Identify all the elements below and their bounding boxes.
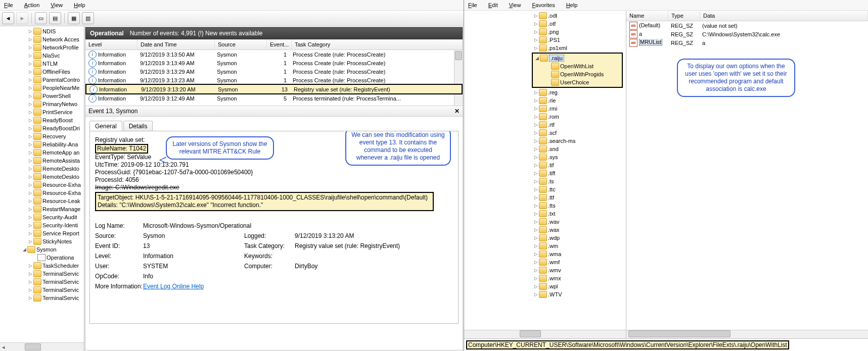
- tree-node[interactable]: ▷TerminalServic: [1, 286, 84, 294]
- menu-help[interactable]: Help: [564, 1, 580, 9]
- reg-tree-node[interactable]: ▷.wav: [467, 218, 626, 226]
- reg-value-row[interactable]: abMRUListREG_SZa: [626, 38, 868, 47]
- reg-tree-node[interactable]: ▷.rle: [467, 96, 626, 105]
- menu-file[interactable]: File: [466, 1, 479, 9]
- reg-tree-node-raiju[interactable]: ◢.raiju: [533, 54, 622, 62]
- regval-hscroll[interactable]: [626, 330, 868, 338]
- reg-tree-node[interactable]: ▷.wpl: [467, 282, 626, 290]
- reg-tree-node[interactable]: OpenWithProgids: [533, 70, 622, 78]
- reg-tree-node[interactable]: ▷.search-ms: [467, 137, 626, 145]
- tree-node[interactable]: ▷RemoteAssista: [1, 157, 84, 165]
- reg-tree-node[interactable]: ▷.ts: [467, 177, 626, 185]
- detail-pane-header[interactable]: Event 13, Sysmon ✕: [85, 106, 463, 117]
- col-taskcat[interactable]: Task Category: [292, 39, 463, 49]
- reg-tree-node[interactable]: OpenWithList: [533, 62, 622, 70]
- menu-view[interactable]: View: [507, 1, 523, 9]
- reg-value-row[interactable]: ab(Default)REG_SZ(value not set): [626, 21, 868, 30]
- tree-node[interactable]: ▷Service Report: [1, 229, 84, 237]
- reg-tree-node[interactable]: ▷.wdp: [467, 234, 626, 242]
- tree-node[interactable]: ▷ReadyBoostDri: [1, 124, 84, 132]
- reg-tree-node[interactable]: ▷.ps1xml: [467, 44, 626, 52]
- reg-tree-node[interactable]: ▷.wm: [467, 242, 626, 250]
- reg-tree-node[interactable]: ▷.snd: [467, 145, 626, 153]
- reg-tree-node[interactable]: ▷.otf: [467, 20, 626, 28]
- event-row[interactable]: iInformation9/12/2019 3:13:29 AMSysmon1P…: [85, 67, 463, 76]
- tree-node[interactable]: ▷OfflineFiles: [1, 68, 84, 76]
- ev-nav-tree[interactable]: ▷NDIS▷Network Acces▷NetworkProfile▷NlaSv…: [0, 26, 84, 351]
- col-name[interactable]: Name: [626, 11, 668, 21]
- tree-node[interactable]: ▷PrintService: [1, 108, 84, 116]
- tree-node[interactable]: ▷NTLM: [1, 60, 84, 68]
- reg-tree-node[interactable]: ▷.reg: [467, 88, 626, 96]
- menu-file[interactable]: File: [2, 1, 15, 9]
- tree-node[interactable]: ▷PowerShell: [1, 92, 84, 100]
- tree-node[interactable]: ◢Sysmon: [1, 245, 84, 254]
- reg-tree-node[interactable]: ▷.wmf: [467, 258, 626, 266]
- close-icon[interactable]: ✕: [454, 108, 460, 115]
- tree-node[interactable]: ▷Recovery: [1, 132, 84, 140]
- tree-node[interactable]: ▷TerminalServic: [1, 270, 84, 278]
- tree-node[interactable]: ▷TaskScheduler: [1, 262, 84, 270]
- event-grid-header[interactable]: Level Date and Time Source Event... Task…: [85, 39, 463, 50]
- back-icon[interactable]: ◄: [2, 12, 14, 24]
- reg-tree-node[interactable]: ▷.rmi: [467, 105, 626, 113]
- values-header[interactable]: Name Type Data: [626, 11, 868, 21]
- tree-hscroll[interactable]: ◂: [0, 342, 84, 351]
- col-source[interactable]: Source: [215, 39, 267, 49]
- tree-node[interactable]: ▷NDIS: [1, 27, 84, 35]
- reg-tree-node[interactable]: ▷.ttf: [467, 193, 626, 202]
- tree-node[interactable]: ▷RemoteDeskto: [1, 173, 84, 181]
- tree-node[interactable]: ▷PrimaryNetwo: [1, 100, 84, 108]
- menu-view[interactable]: View: [49, 1, 65, 9]
- tree-node[interactable]: ▷Network Acces: [1, 35, 84, 43]
- reg-tree-node[interactable]: ▷.wma: [467, 250, 626, 258]
- reg-tree-node[interactable]: ▷.wmx: [467, 274, 626, 282]
- find-icon[interactable]: ▦: [68, 12, 80, 24]
- tree-node[interactable]: ▷StickyNotes: [1, 237, 84, 245]
- reg-tree-node[interactable]: ▷.odt: [467, 12, 626, 20]
- reg-tree-node[interactable]: ▷.tts: [467, 202, 626, 210]
- tree-node[interactable]: ▷TerminalServic: [1, 278, 84, 286]
- menu-edit[interactable]: Edit: [486, 1, 500, 9]
- tab-general[interactable]: General: [89, 121, 122, 131]
- registry-tree[interactable]: ▷.odt▷.otf▷.png▷.PS1▷.ps1xml◢.raijuOpenW…: [464, 11, 626, 338]
- reg-tree-node[interactable]: ▷.txt: [467, 210, 626, 218]
- up-icon[interactable]: ▭: [35, 12, 47, 24]
- reg-tree-node[interactable]: ▷.rtf: [467, 121, 626, 129]
- col-level[interactable]: Level: [85, 39, 138, 49]
- registry-values[interactable]: Name Type Data ab(Default)REG_SZ(value n…: [626, 11, 868, 338]
- tree-node[interactable]: ▷Security-Identi: [1, 221, 84, 229]
- col-type[interactable]: Type: [668, 11, 700, 21]
- reg-tree-node[interactable]: ▷.rom: [467, 113, 626, 121]
- tree-node[interactable]: ▷PeopleNearMe: [1, 84, 84, 92]
- tree-node[interactable]: ▷NetworkProfile: [1, 43, 84, 52]
- tree-node[interactable]: ▷Resource-Leak: [1, 197, 84, 205]
- event-log-help-link[interactable]: Event Log Online Help: [143, 283, 204, 290]
- reg-tree-node[interactable]: ▷.tiff: [467, 169, 626, 177]
- reg-tree-node[interactable]: ▷.WTV: [467, 290, 626, 298]
- tree-node[interactable]: ▷ReadyBoost: [1, 116, 84, 124]
- tree-node[interactable]: ▷NlaSvc: [1, 52, 84, 60]
- reg-tree-node[interactable]: ▷.wax: [467, 226, 626, 234]
- reg-tree-node[interactable]: ▷.wmv: [467, 266, 626, 274]
- event-row[interactable]: iInformation9/12/2019 3:13:50 AMSysmon1P…: [85, 50, 463, 59]
- reg-tree-node[interactable]: ▷.scf: [467, 129, 626, 137]
- event-grid[interactable]: iInformation9/12/2019 3:13:50 AMSysmon1P…: [85, 50, 463, 106]
- tree-node[interactable]: ▷ParentalContro: [1, 76, 84, 84]
- refresh-icon[interactable]: ▥: [82, 12, 94, 24]
- tree-node[interactable]: ▷TerminalServic: [1, 294, 84, 302]
- event-row[interactable]: iInformation9/12/2019 3:13:20 AMSysmon13…: [85, 84, 463, 94]
- col-datetime[interactable]: Date and Time: [138, 39, 215, 49]
- event-row[interactable]: iInformation9/12/2019 3:13:23 AMSysmon1P…: [85, 76, 463, 84]
- reg-tree-node[interactable]: ▷.tif: [467, 161, 626, 169]
- grid-vscroll[interactable]: [454, 50, 463, 106]
- reg-tree-node[interactable]: ▷.sys: [467, 153, 626, 161]
- tree-node[interactable]: ▷Reliability-Ana: [1, 140, 84, 148]
- props-icon[interactable]: ▤: [49, 12, 61, 24]
- tree-node[interactable]: ▷Resource-Exha: [1, 189, 84, 197]
- menu-action[interactable]: Action: [22, 1, 42, 9]
- reg-tree-node[interactable]: ▷.png: [467, 28, 626, 36]
- menu-help[interactable]: Help: [72, 1, 87, 9]
- col-eventid[interactable]: Event...: [267, 39, 292, 49]
- event-row[interactable]: iInformation9/12/2019 3:12:49 AMSysmon5P…: [85, 94, 463, 103]
